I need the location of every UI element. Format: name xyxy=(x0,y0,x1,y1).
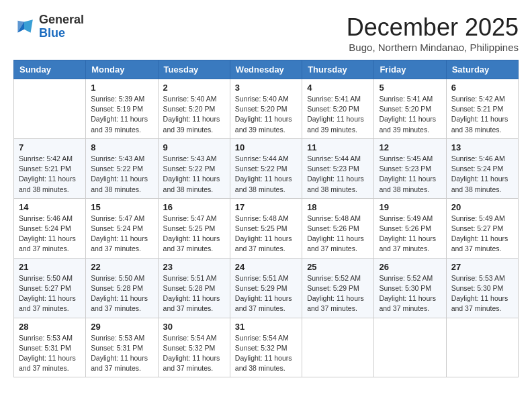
calendar-day-header: Friday xyxy=(374,60,446,79)
calendar-cell: 18Sunrise: 5:48 AM Sunset: 5:26 PM Dayli… xyxy=(302,198,374,258)
calendar-cell: 22Sunrise: 5:50 AM Sunset: 5:28 PM Dayli… xyxy=(86,258,158,318)
calendar-header-row: SundayMondayTuesdayWednesdayThursdayFrid… xyxy=(14,60,519,79)
day-number: 20 xyxy=(451,202,513,212)
calendar-cell: 15Sunrise: 5:47 AM Sunset: 5:24 PM Dayli… xyxy=(86,198,158,258)
day-info: Sunrise: 5:51 AM Sunset: 5:28 PM Dayligh… xyxy=(163,273,225,314)
calendar-body: 1Sunrise: 5:39 AM Sunset: 5:19 PM Daylig… xyxy=(14,79,519,377)
calendar-cell: 4Sunrise: 5:41 AM Sunset: 5:20 PM Daylig… xyxy=(302,79,374,139)
day-info: Sunrise: 5:40 AM Sunset: 5:20 PM Dayligh… xyxy=(235,94,297,135)
calendar-cell: 14Sunrise: 5:46 AM Sunset: 5:24 PM Dayli… xyxy=(14,198,86,258)
calendar-cell: 5Sunrise: 5:41 AM Sunset: 5:20 PM Daylig… xyxy=(374,79,446,139)
calendar-cell xyxy=(374,318,446,377)
day-number: 29 xyxy=(91,322,152,332)
calendar-cell xyxy=(302,318,374,377)
day-info: Sunrise: 5:44 AM Sunset: 5:22 PM Dayligh… xyxy=(235,154,297,195)
day-info: Sunrise: 5:42 AM Sunset: 5:21 PM Dayligh… xyxy=(19,154,81,195)
day-number: 24 xyxy=(235,262,297,272)
day-info: Sunrise: 5:53 AM Sunset: 5:31 PM Dayligh… xyxy=(19,333,81,374)
day-number: 23 xyxy=(163,262,225,272)
day-number: 19 xyxy=(379,202,441,212)
logo-general: General xyxy=(39,13,84,27)
page-header: General Blue December 2025 Bugo, Norther… xyxy=(13,13,519,53)
day-number: 28 xyxy=(19,322,81,332)
calendar-cell: 9Sunrise: 5:43 AM Sunset: 5:22 PM Daylig… xyxy=(158,138,230,198)
calendar-day-header: Tuesday xyxy=(158,60,230,79)
title-block: December 2025 Bugo, Northern Mindanao, P… xyxy=(347,13,519,53)
calendar-cell: 3Sunrise: 5:40 AM Sunset: 5:20 PM Daylig… xyxy=(230,79,302,139)
day-info: Sunrise: 5:48 AM Sunset: 5:26 PM Dayligh… xyxy=(307,214,369,255)
location: Bugo, Northern Mindanao, Philippines xyxy=(347,42,519,53)
day-info: Sunrise: 5:53 AM Sunset: 5:31 PM Dayligh… xyxy=(91,333,152,374)
day-info: Sunrise: 5:48 AM Sunset: 5:25 PM Dayligh… xyxy=(235,214,297,255)
day-info: Sunrise: 5:50 AM Sunset: 5:27 PM Dayligh… xyxy=(19,273,81,314)
calendar-week-row: 1Sunrise: 5:39 AM Sunset: 5:19 PM Daylig… xyxy=(14,79,519,139)
day-number: 1 xyxy=(91,83,152,93)
calendar-cell: 31Sunrise: 5:54 AM Sunset: 5:32 PM Dayli… xyxy=(230,318,302,377)
day-number: 7 xyxy=(19,142,81,152)
calendar-cell xyxy=(14,79,86,139)
calendar-week-row: 28Sunrise: 5:53 AM Sunset: 5:31 PM Dayli… xyxy=(14,318,519,377)
calendar-cell: 24Sunrise: 5:51 AM Sunset: 5:29 PM Dayli… xyxy=(230,258,302,318)
calendar-cell: 29Sunrise: 5:53 AM Sunset: 5:31 PM Dayli… xyxy=(86,318,158,377)
day-info: Sunrise: 5:39 AM Sunset: 5:19 PM Dayligh… xyxy=(91,94,152,135)
day-number: 15 xyxy=(91,202,152,212)
calendar-table: SundayMondayTuesdayWednesdayThursdayFrid… xyxy=(13,60,519,377)
day-info: Sunrise: 5:47 AM Sunset: 5:25 PM Dayligh… xyxy=(163,214,225,255)
calendar-cell: 10Sunrise: 5:44 AM Sunset: 5:22 PM Dayli… xyxy=(230,138,302,198)
day-info: Sunrise: 5:43 AM Sunset: 5:22 PM Dayligh… xyxy=(91,154,152,195)
calendar-week-row: 14Sunrise: 5:46 AM Sunset: 5:24 PM Dayli… xyxy=(14,198,519,258)
day-number: 25 xyxy=(307,262,369,272)
day-info: Sunrise: 5:51 AM Sunset: 5:29 PM Dayligh… xyxy=(235,273,297,314)
day-number: 11 xyxy=(307,142,369,152)
day-number: 12 xyxy=(379,142,441,152)
calendar-day-header: Wednesday xyxy=(230,60,302,79)
calendar-cell: 12Sunrise: 5:45 AM Sunset: 5:23 PM Dayli… xyxy=(374,138,446,198)
calendar-cell: 8Sunrise: 5:43 AM Sunset: 5:22 PM Daylig… xyxy=(86,138,158,198)
day-info: Sunrise: 5:41 AM Sunset: 5:20 PM Dayligh… xyxy=(379,94,441,135)
calendar-cell: 13Sunrise: 5:46 AM Sunset: 5:24 PM Dayli… xyxy=(446,138,518,198)
day-number: 13 xyxy=(451,142,513,152)
calendar-cell xyxy=(446,318,518,377)
day-number: 2 xyxy=(163,83,225,93)
calendar-cell: 28Sunrise: 5:53 AM Sunset: 5:31 PM Dayli… xyxy=(14,318,86,377)
day-number: 21 xyxy=(19,262,81,272)
calendar-cell: 11Sunrise: 5:44 AM Sunset: 5:23 PM Dayli… xyxy=(302,138,374,198)
day-info: Sunrise: 5:49 AM Sunset: 5:27 PM Dayligh… xyxy=(451,214,513,255)
day-info: Sunrise: 5:52 AM Sunset: 5:30 PM Dayligh… xyxy=(379,273,441,314)
day-info: Sunrise: 5:53 AM Sunset: 5:30 PM Dayligh… xyxy=(451,273,513,314)
day-number: 26 xyxy=(379,262,441,272)
calendar-cell: 2Sunrise: 5:40 AM Sunset: 5:20 PM Daylig… xyxy=(158,79,230,139)
day-info: Sunrise: 5:44 AM Sunset: 5:23 PM Dayligh… xyxy=(307,154,369,195)
day-number: 18 xyxy=(307,202,369,212)
day-info: Sunrise: 5:46 AM Sunset: 5:24 PM Dayligh… xyxy=(19,214,81,255)
day-info: Sunrise: 5:40 AM Sunset: 5:20 PM Dayligh… xyxy=(163,94,225,135)
day-number: 5 xyxy=(379,83,441,93)
calendar-cell: 19Sunrise: 5:49 AM Sunset: 5:26 PM Dayli… xyxy=(374,198,446,258)
calendar-cell: 20Sunrise: 5:49 AM Sunset: 5:27 PM Dayli… xyxy=(446,198,518,258)
day-number: 4 xyxy=(307,83,369,93)
calendar-cell: 23Sunrise: 5:51 AM Sunset: 5:28 PM Dayli… xyxy=(158,258,230,318)
calendar-day-header: Saturday xyxy=(446,60,518,79)
day-info: Sunrise: 5:42 AM Sunset: 5:21 PM Dayligh… xyxy=(451,94,513,135)
calendar-cell: 16Sunrise: 5:47 AM Sunset: 5:25 PM Dayli… xyxy=(158,198,230,258)
day-number: 8 xyxy=(91,142,152,152)
calendar-week-row: 21Sunrise: 5:50 AM Sunset: 5:27 PM Dayli… xyxy=(14,258,519,318)
calendar-cell: 27Sunrise: 5:53 AM Sunset: 5:30 PM Dayli… xyxy=(446,258,518,318)
day-number: 6 xyxy=(451,83,513,93)
day-info: Sunrise: 5:41 AM Sunset: 5:20 PM Dayligh… xyxy=(307,94,369,135)
day-info: Sunrise: 5:46 AM Sunset: 5:24 PM Dayligh… xyxy=(451,154,513,195)
logo-text: General Blue xyxy=(39,13,84,40)
day-number: 10 xyxy=(235,142,297,152)
calendar-cell: 6Sunrise: 5:42 AM Sunset: 5:21 PM Daylig… xyxy=(446,79,518,139)
day-info: Sunrise: 5:50 AM Sunset: 5:28 PM Dayligh… xyxy=(91,273,152,314)
day-number: 17 xyxy=(235,202,297,212)
day-number: 16 xyxy=(163,202,225,212)
calendar-day-header: Sunday xyxy=(14,60,86,79)
day-info: Sunrise: 5:45 AM Sunset: 5:23 PM Dayligh… xyxy=(379,154,441,195)
logo: General Blue xyxy=(13,13,84,40)
day-info: Sunrise: 5:49 AM Sunset: 5:26 PM Dayligh… xyxy=(379,214,441,255)
day-info: Sunrise: 5:54 AM Sunset: 5:32 PM Dayligh… xyxy=(163,333,225,374)
day-info: Sunrise: 5:47 AM Sunset: 5:24 PM Dayligh… xyxy=(91,214,152,255)
calendar-cell: 17Sunrise: 5:48 AM Sunset: 5:25 PM Dayli… xyxy=(230,198,302,258)
calendar-day-header: Monday xyxy=(86,60,158,79)
